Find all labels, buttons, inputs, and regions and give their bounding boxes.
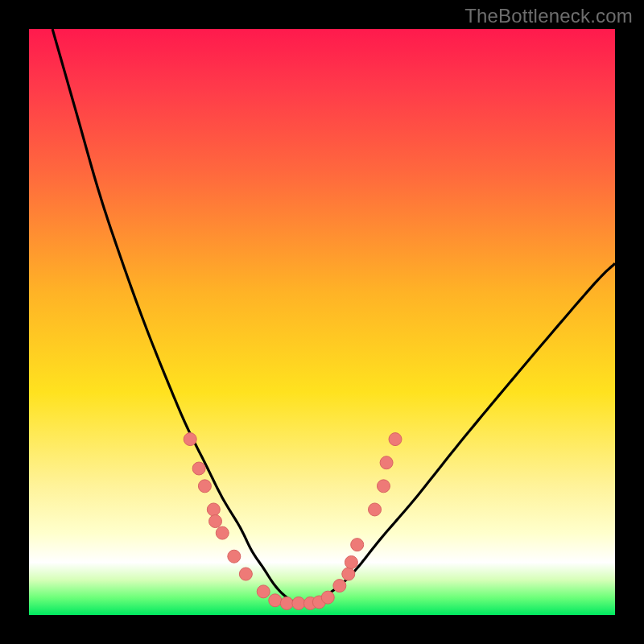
- watermark-text: TheBottleneck.com: [464, 5, 633, 27]
- sample-point: [389, 433, 402, 446]
- sample-point: [239, 568, 252, 580]
- sample-point: [369, 503, 382, 516]
- sample-point: [192, 462, 205, 475]
- sample-point: [207, 503, 220, 516]
- sample-point: [321, 591, 334, 604]
- chart-frame: TheBottleneck.com: [0, 0, 644, 644]
- sample-point: [380, 456, 393, 469]
- sample-point: [198, 480, 211, 493]
- sample-point: [342, 568, 355, 580]
- sample-point: [184, 433, 196, 446]
- sample-point: [333, 580, 346, 592]
- sample-point: [280, 597, 293, 609]
- sample-point: [257, 585, 270, 598]
- sample-points-group: [184, 433, 402, 610]
- sample-point: [228, 550, 241, 563]
- sample-point: [345, 555, 357, 568]
- sample-point: [209, 515, 222, 528]
- sample-point: [351, 539, 364, 551]
- plot-area: [29, 29, 615, 615]
- chart-svg: [29, 29, 615, 615]
- sample-point: [292, 597, 305, 609]
- bottleneck-curve: [52, 29, 615, 604]
- sample-point: [216, 526, 229, 539]
- sample-point: [377, 480, 390, 493]
- sample-point: [269, 594, 282, 607]
